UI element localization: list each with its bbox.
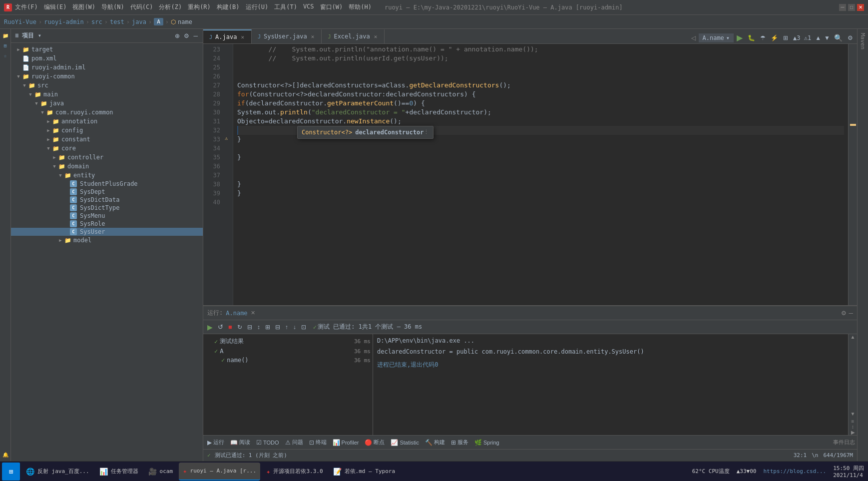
scroll-list-button[interactable]: ≡: [852, 419, 855, 424]
tab-a-java[interactable]: J A.java ✕: [203, 29, 252, 43]
structure-icon[interactable]: ⊞: [1, 41, 10, 50]
test-method-name[interactable]: ✓ name() 36 ms: [203, 356, 373, 365]
breadcrumb-item[interactable]: src: [91, 18, 102, 25]
tab-close-button[interactable]: ✕: [373, 33, 379, 40]
notify-icon[interactable]: 🔔: [1, 450, 10, 459]
menu-build[interactable]: 构建(B): [217, 3, 240, 11]
rerun-button[interactable]: ↺: [216, 322, 225, 332]
scroll-down-button[interactable]: ▼: [851, 411, 856, 417]
maximize-button[interactable]: □: [848, 4, 855, 11]
tree-item-src[interactable]: ▼ 📁 src: [11, 81, 203, 90]
tab-build[interactable]: 🔨 构建: [423, 437, 447, 448]
breadcrumb-item[interactable]: RuoYi-Vue: [4, 18, 36, 25]
breadcrumb-item[interactable]: java: [132, 18, 146, 25]
tree-item-model[interactable]: ▶ 📁 model: [11, 236, 203, 245]
cursor-position[interactable]: 32:1: [794, 452, 807, 459]
expand-button[interactable]: ⊞: [263, 323, 272, 332]
tree-item-sysdicttype[interactable]: ▶ C SysDictType: [11, 204, 203, 212]
tree-item-sysdept[interactable]: ▶ C SysDept: [11, 188, 203, 196]
settings-button[interactable]: ⚙: [183, 31, 190, 40]
profile-button[interactable]: ⚡: [769, 33, 780, 42]
collapse-button[interactable]: ⊟: [273, 323, 282, 332]
warnings-up[interactable]: ▲: [814, 33, 822, 42]
tree-item-controller[interactable]: ▶ 📁 controller: [11, 153, 203, 162]
run-tab-close[interactable]: ✕: [251, 310, 255, 316]
close-button[interactable]: ✕: [857, 4, 864, 11]
tree-item-config[interactable]: ▶ 📁 config: [11, 126, 203, 135]
taskbar-app-baidu[interactable]: 🌐 反射 java_百度...: [22, 463, 93, 481]
tab-read[interactable]: 📖 阅读: [228, 437, 252, 448]
tree-item-pom[interactable]: ▶ 📄 pom.xml: [11, 54, 203, 63]
output-scrollbar[interactable]: ▲ ▼ ≡ ↕ ▶: [848, 334, 857, 435]
more-button[interactable]: ⊞: [781, 33, 790, 42]
tree-item-common[interactable]: ▼ 📁 ruoyi-common: [11, 72, 203, 81]
breadcrumb-item[interactable]: test: [110, 18, 124, 25]
tab-breakpoints[interactable]: 🔴 断点: [363, 437, 387, 448]
tab-profiler[interactable]: 📊 Profiler: [331, 437, 361, 448]
tree-item-main[interactable]: ▼ 📁 main: [11, 90, 203, 99]
code-line-32[interactable]: Constructor<?> declaredConstructor ⋮: [237, 126, 844, 135]
stop-button[interactable]: ■: [226, 322, 234, 332]
tab-run[interactable]: ▶ 运行: [205, 437, 226, 448]
menu-edit[interactable]: 编辑(E): [44, 3, 67, 11]
warnings-down[interactable]: ▼: [823, 33, 831, 42]
next-button[interactable]: ↓: [291, 323, 298, 332]
taskbar-app-typora[interactable]: 📝 若依.md – Typora: [329, 463, 399, 481]
bookmark-icon[interactable]: ☆: [1, 51, 10, 60]
tab-todo[interactable]: ☑ TODO: [254, 437, 281, 448]
memory-usage[interactable]: 644/1967M: [823, 452, 853, 459]
debug-button[interactable]: 🐛: [746, 33, 757, 42]
prev-button[interactable]: ↑: [283, 323, 290, 332]
taskbar-app-ocam[interactable]: 🎥 ocam: [144, 463, 177, 481]
taskbar-app-ruoyi2[interactable]: ✦ 开源项目若依3.3.0: [262, 463, 327, 481]
tree-item-com-ruoyi[interactable]: ▼ 📁 com.ruoyi.common: [11, 108, 203, 117]
menu-refactor[interactable]: 重构(R): [188, 3, 211, 11]
menu-run[interactable]: 运行(U): [246, 3, 269, 11]
scroll-goto-button[interactable]: ▶: [851, 430, 855, 435]
tree-item-target[interactable]: ▶ 📁 target: [11, 45, 203, 54]
run-settings-button[interactable]: ⚙: [841, 310, 847, 317]
tab-close-button[interactable]: ✕: [240, 33, 245, 41]
line-ending[interactable]: \n: [812, 452, 818, 459]
code-content[interactable]: // System.out.println("annotation.name()…: [233, 44, 848, 305]
menu-nav[interactable]: 导航(N): [101, 3, 124, 11]
tab-excel-java[interactable]: J Excel.java ✕: [322, 29, 385, 43]
menu-file[interactable]: 文件(F): [15, 3, 38, 11]
tree-item-entity[interactable]: ▼ 📁 entity: [11, 171, 203, 180]
run-tab[interactable]: A.name: [226, 310, 247, 317]
scroll-sort-button[interactable]: ↕: [852, 424, 854, 430]
filter-button[interactable]: ⊟: [245, 323, 254, 332]
taskbar-app-taskmanager[interactable]: 📊 任务管理器: [95, 463, 142, 481]
maven-label[interactable]: Maven: [858, 31, 868, 51]
tree-item-domain[interactable]: ▼ 📁 domain: [11, 162, 203, 171]
code-editor[interactable]: 23242526 27282930 31323334 35363738 3940…: [203, 44, 857, 305]
export-button[interactable]: ⊡: [299, 323, 308, 332]
breadcrumb-item[interactable]: ruoyi-admin: [44, 18, 83, 25]
tab-services[interactable]: ⊞ 服务: [449, 437, 470, 448]
menu-analyze[interactable]: 分析(Z): [159, 3, 182, 11]
tree-item-sysmenu[interactable]: ▶ C SysMenu: [11, 212, 203, 220]
run-config-selector[interactable]: A.name ▾: [699, 33, 734, 42]
coverage-button[interactable]: ☂: [758, 33, 768, 42]
tree-item-constant[interactable]: ▶ 📁 constant: [11, 135, 203, 144]
test-class-a[interactable]: ✓ A 36 ms: [203, 347, 373, 356]
menu-tools[interactable]: 工具(T): [274, 3, 297, 11]
tab-sysuser-java[interactable]: J SysUser.java ✕: [252, 29, 322, 43]
test-root-item[interactable]: ✓ 测试结果 36 ms: [203, 336, 373, 347]
tree-item-java[interactable]: ▼ 📁 java: [11, 99, 203, 108]
tree-item-sysrole[interactable]: ▶ C SysRole: [11, 220, 203, 228]
start-button[interactable]: ⊞: [2, 463, 20, 481]
navigate-back-button[interactable]: ◁: [689, 33, 698, 42]
tab-close-button[interactable]: ✕: [310, 33, 316, 40]
project-icon[interactable]: 📁: [1, 31, 10, 40]
tree-item-sysuser[interactable]: ▶ C SysUser: [11, 228, 203, 236]
tab-terminal[interactable]: ⊡ 终端: [307, 437, 329, 448]
menu-view[interactable]: 视图(W): [72, 3, 95, 11]
settings-button[interactable]: ⚙: [846, 33, 855, 42]
search-button[interactable]: 🔍: [832, 33, 845, 43]
menu-code[interactable]: 代码(C): [130, 3, 153, 11]
taskbar-app-ruoyi[interactable]: ✦ ruoyi – A.java [r...: [179, 463, 260, 481]
collapse-all-button[interactable]: ⊕: [174, 31, 181, 40]
menu-help[interactable]: 帮助(H): [349, 3, 372, 11]
sort-button[interactable]: ↕: [255, 323, 262, 332]
